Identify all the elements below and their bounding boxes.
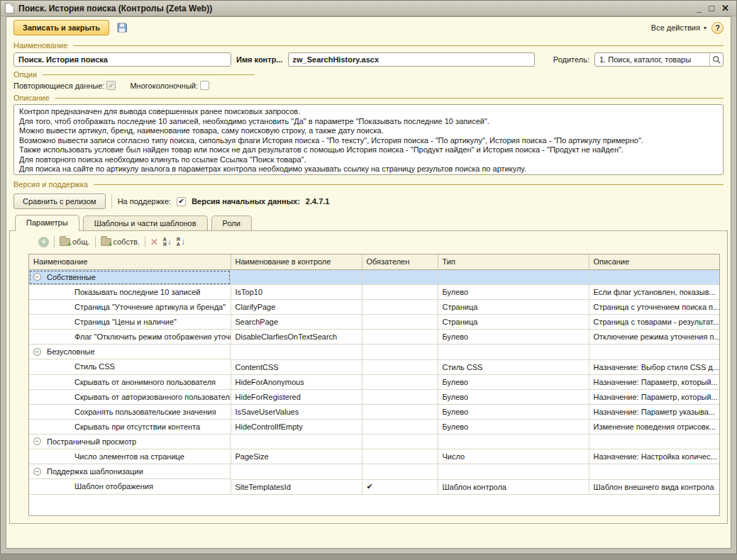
compare-release-button[interactable]: Сравнить с релизом bbox=[13, 194, 106, 209]
column-header-required[interactable]: Обязателен bbox=[362, 254, 438, 269]
param-name: Скрывать от авторизованного пользователя bbox=[29, 389, 231, 404]
delete-icon[interactable]: ✕ bbox=[150, 237, 158, 247]
param-required: ✔ bbox=[362, 479, 438, 494]
version-value: 2.4.7.1 bbox=[306, 197, 330, 206]
collapse-icon[interactable]: − bbox=[33, 273, 41, 281]
column-header-type[interactable]: Тип bbox=[438, 254, 589, 269]
caption-line bbox=[55, 98, 724, 99]
param-description: Отключение режима уточнения п... bbox=[589, 330, 719, 345]
control-name-input[interactable]: zw_SearchHistory.ascx bbox=[288, 52, 535, 67]
param-row[interactable]: Шаблон отображенияSiteTemplatesId✔Шаблон… bbox=[29, 479, 719, 494]
param-row[interactable]: Сохранять пользовательские значенияIsSav… bbox=[29, 404, 719, 419]
collapse-icon[interactable]: − bbox=[33, 468, 41, 476]
collapse-icon[interactable]: − bbox=[33, 437, 41, 445]
param-required bbox=[362, 359, 438, 374]
screen: Поиск. История поиска (Контролы (Zeta We… bbox=[0, 0, 737, 560]
param-type: Страница bbox=[438, 300, 589, 315]
own-group-label: собств. bbox=[113, 237, 140, 246]
param-row[interactable]: Страница "Уточнение артикула и бренда"Cl… bbox=[29, 300, 719, 315]
help-button[interactable]: ? bbox=[711, 22, 724, 34]
group-name: Поддержка шаблонизации bbox=[47, 467, 143, 476]
param-control-name: IsTop10 bbox=[231, 285, 362, 300]
param-description: Назначение: Настройка количес... bbox=[589, 449, 719, 464]
column-header-description[interactable]: Описание bbox=[589, 254, 719, 269]
add-icon[interactable]: + bbox=[38, 237, 49, 247]
param-description bbox=[589, 269, 719, 285]
arrow-down-icon: ↓ bbox=[181, 237, 185, 247]
param-required bbox=[362, 464, 438, 480]
param-type: Булево bbox=[438, 419, 589, 434]
param-required bbox=[362, 449, 438, 464]
param-required bbox=[362, 389, 438, 404]
param-required bbox=[362, 434, 438, 449]
param-row[interactable]: Стиль CSSContentCSSСтиль CSSНазначение: … bbox=[29, 359, 719, 374]
param-row[interactable]: Флаг "Отключить режим отображения уточне… bbox=[29, 330, 719, 345]
sort-descending-button[interactable]: Я А ↓ bbox=[177, 237, 185, 247]
param-description: Назначение: Параметр, который... bbox=[589, 389, 719, 404]
group-name: Постраничный просмотр bbox=[47, 437, 136, 446]
close-button[interactable]: ✕ bbox=[721, 4, 729, 13]
param-control-name: HideForAnonymous bbox=[231, 374, 362, 389]
window-titlebar[interactable]: Поиск. История поиска (Контролы (Zeta We… bbox=[1, 1, 736, 16]
sort-ascending-button[interactable]: А Я ↓ bbox=[163, 237, 172, 247]
param-group-row[interactable]: −Поддержка шаблонизации bbox=[29, 464, 719, 480]
param-name: Шаблон отображения bbox=[29, 479, 231, 494]
options-row: Повторяющиеся данные: ✓ Многоколоночный:… bbox=[13, 81, 724, 90]
save-and-close-button[interactable]: Записать и закрыть bbox=[13, 20, 109, 35]
param-description: Назначение: Выбор стиля CSS д... bbox=[589, 359, 719, 374]
tab-parameters[interactable]: Параметры bbox=[15, 215, 79, 231]
add-common-group-button[interactable]: общ. bbox=[60, 237, 90, 246]
name-input[interactable]: Поиск. История поиска bbox=[13, 52, 231, 67]
collapse-icon[interactable]: − bbox=[33, 348, 41, 356]
support-checkbox[interactable]: ✔ bbox=[177, 197, 186, 206]
common-group-label: общ. bbox=[72, 237, 90, 246]
command-bar: Записать и закрыть Все действия ▾ ? bbox=[6, 17, 731, 38]
param-required bbox=[362, 374, 438, 389]
minimize-button[interactable]: _ bbox=[697, 4, 702, 13]
tab-roles[interactable]: Роли bbox=[211, 215, 252, 230]
column-header-name[interactable]: Наименование bbox=[29, 254, 231, 269]
search-icon[interactable] bbox=[709, 53, 723, 66]
param-row[interactable]: Показывать последние 10 записейIsTop10Бу… bbox=[29, 285, 719, 300]
column-header-control-name[interactable]: Наименование в контроле bbox=[231, 254, 362, 269]
all-actions-button[interactable]: Все действия ▾ bbox=[651, 23, 706, 32]
arrow-down-icon: ↓ bbox=[167, 237, 172, 247]
parameters-grid: Наименование Наименование в контроле Обя… bbox=[28, 254, 720, 516]
caption-line bbox=[94, 184, 724, 185]
maximize-button[interactable]: □ bbox=[709, 4, 714, 13]
param-name: Скрывать от анонимного пользователя bbox=[29, 374, 231, 389]
app-window: Поиск. История поиска (Контролы (Zeta We… bbox=[0, 0, 737, 554]
param-required bbox=[362, 330, 438, 345]
group-name: Безусловные bbox=[47, 347, 95, 356]
param-type bbox=[438, 269, 589, 285]
version-label: Версия начальных данных: bbox=[192, 197, 300, 206]
divider bbox=[95, 236, 96, 247]
description-textarea[interactable]: Контрол предназначен для вывода совершен… bbox=[13, 104, 724, 175]
parent-input[interactable]: 1. Поиск, каталог, товары bbox=[594, 52, 724, 67]
param-name: Сохранять пользовательские значения bbox=[29, 404, 231, 419]
param-group-row[interactable]: −Безусловные bbox=[29, 345, 719, 360]
options-section-title: Опции bbox=[13, 70, 37, 79]
caption-line bbox=[73, 45, 724, 46]
param-row[interactable]: Число элементов на страницеPageSizeЧисло… bbox=[29, 449, 719, 464]
divider bbox=[145, 236, 145, 247]
param-row[interactable]: Страница "Цены и наличие"SearchPageСтран… bbox=[29, 315, 719, 330]
param-row[interactable]: Скрывать при отсутствии контентаHideCont… bbox=[29, 419, 719, 434]
param-description: Шаблон внешнего вида контрола bbox=[589, 479, 719, 494]
param-description: Если флаг установлен, показыв... bbox=[589, 285, 719, 300]
repeating-data-label: Повторяющиеся данные: bbox=[13, 82, 104, 90]
add-own-group-button[interactable]: собств. bbox=[101, 237, 140, 246]
multicolumn-checkbox[interactable]: ✓ bbox=[200, 81, 209, 90]
param-type bbox=[438, 345, 589, 360]
param-type: Число bbox=[438, 449, 589, 464]
param-row[interactable]: Скрывать от авторизованного пользователя… bbox=[29, 389, 719, 404]
param-group-row[interactable]: −Постраничный просмотр bbox=[29, 434, 719, 449]
param-row[interactable]: Скрывать от анонимного пользователяHideF… bbox=[29, 374, 719, 389]
param-type bbox=[438, 464, 589, 480]
save-icon[interactable] bbox=[114, 20, 130, 35]
divider bbox=[54, 236, 55, 247]
description-section-title: Описание bbox=[13, 94, 50, 102]
param-group-row[interactable]: −Собственные bbox=[29, 269, 719, 285]
tab-templates[interactable]: Шаблоны и части шаблонов bbox=[83, 215, 208, 230]
param-control-name: SiteTemplatesId bbox=[231, 479, 362, 494]
